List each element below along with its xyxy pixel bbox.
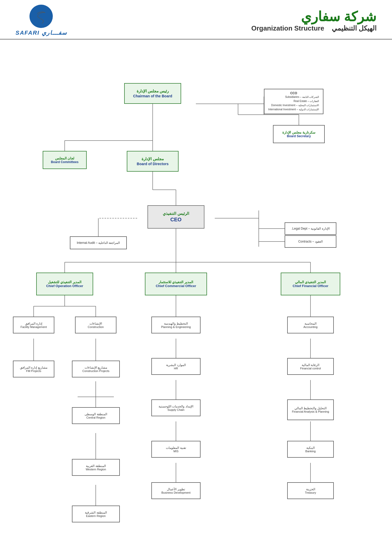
board-secretary-node: سكرتارية مجلس الإدارة Board Secretary (273, 125, 325, 143)
fm-projects-node: مشاريع إدارة المرافق FM Projects (13, 361, 54, 377)
contracts-node: العقود – Contracts (285, 235, 336, 248)
central-region-node: المنطقة الوسطى Central Region (72, 407, 120, 424)
cfo-node: المدير التنفيذي المالي Chief Financial O… (281, 273, 340, 295)
svg-point-0 (33, 8, 50, 25)
financial-control-node: الرقابة المالية Financial control (287, 358, 334, 375)
facility-mgmt-node: إدارة المرافق Facility Management (13, 317, 54, 333)
treasury-node: الخزينة Treasury (287, 482, 334, 499)
board-committees-node: لجان المجلس Board Committees (43, 151, 87, 169)
logo-circle (29, 5, 53, 28)
construction-node: الإنشاءات Construction (75, 317, 116, 333)
construction-projects-node: مشاريع الإنشاءات Construction Projects (72, 361, 120, 377)
eastern-region-node: المنطقة الشرقية Eastern Region (72, 506, 120, 522)
business-dev-node: تطوير الأعمال Business Development (151, 482, 201, 499)
cco-box: CCO الشركات التابعة – Subsidiaries العقا… (264, 89, 323, 114)
accounting-node: المحاسبة Accounting (287, 317, 334, 333)
logo-text: SAFARI سفـــاري (16, 30, 67, 36)
company-logo: SAFARI سفـــاري (16, 5, 67, 36)
board-directors-node: مجلس الإدارة Board of Directors (127, 151, 179, 172)
chairman-node: رئيس مجلس الإدارة Chairman of the Board (124, 83, 181, 104)
financial-analysis-node: التحليل والتخطيط المالي Financial Analys… (287, 399, 334, 420)
org-chart: رئيس مجلس الإدارة Chairman of the Board … (0, 40, 392, 547)
hr-node: الموارد البشرية HR (151, 358, 201, 375)
planning-eng-node: التخطيط والهندسة Planning & Engineering (151, 317, 201, 333)
ceo-node: الرئيس التنفيذي CEO (147, 205, 204, 229)
company-title: شركة سفاري الهيكل التنظيمي Organization … (251, 9, 376, 32)
coo-node: المدير التنفيذي للتشغيل Chief Operation … (36, 273, 93, 295)
western-region-node: المنطقة الغربية Western Region (72, 459, 120, 476)
legal-dept-node: الإدارة القانونية – Legal Dept. (285, 222, 336, 235)
mis-node: تقنية المعلومات MIS (151, 441, 201, 458)
supply-chain-node: الإمداد والخدمات اللوجستية Supply Chain (151, 399, 201, 416)
internal-audit-node: المراجعة الداخلية – Internal Audit (70, 236, 127, 249)
banking-node: البنكية Banking (287, 441, 334, 458)
cco2-node: المدير التنفيذي للاستثمار Chief Commerci… (145, 273, 207, 295)
org-structure-label: الهيكل التنظيمي Organization Structure (251, 24, 376, 32)
company-name-arabic: شركة سفاري (251, 9, 376, 24)
page-header: SAFARI سفـــاري شركة سفاري الهيكل التنظي… (0, 0, 392, 40)
